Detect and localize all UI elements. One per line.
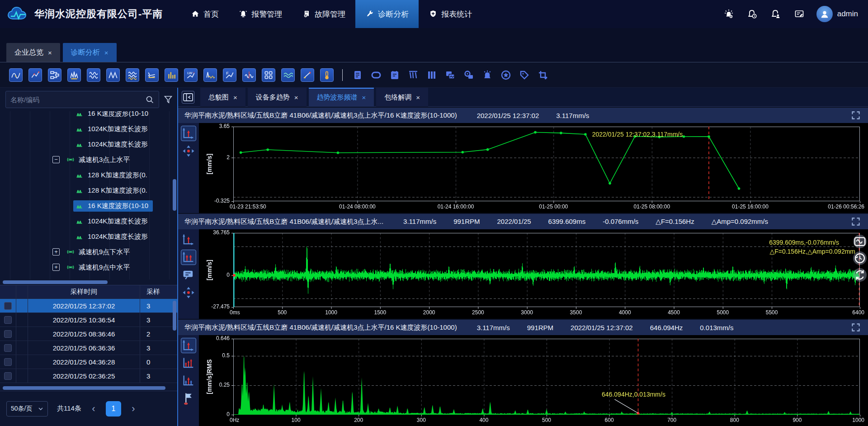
pan-tool-icon[interactable] bbox=[181, 285, 196, 300]
table-hscroll-thumb[interactable] bbox=[3, 386, 165, 390]
tree-item-128 K加速度波形(0.[interactable]: 128 K加速度波形(0. bbox=[0, 167, 177, 183]
pan-tool-icon[interactable] bbox=[181, 143, 196, 159]
star-badge-icon[interactable] bbox=[500, 69, 512, 81]
cursor-tool-icon[interactable] bbox=[181, 126, 196, 141]
note-icon[interactable] bbox=[388, 69, 401, 81]
prev-page-button[interactable]: ‹ bbox=[88, 403, 99, 415]
close-icon[interactable]: × bbox=[416, 94, 420, 101]
tree-item-16 K速度波形(10-10[interactable]: 16 K速度波形(10-10 bbox=[0, 198, 177, 213]
nav-item-首页[interactable]: 首页 bbox=[181, 0, 229, 28]
report-list-icon[interactable] bbox=[351, 69, 364, 81]
current-page-button[interactable]: 1 bbox=[106, 401, 121, 417]
row-checkbox[interactable] bbox=[4, 302, 12, 310]
tree-item-16 K速度波形(10-10[interactable]: 16 K速度波形(10-10 bbox=[0, 111, 177, 121]
sideband-cursor-tool-icon[interactable] bbox=[181, 373, 196, 388]
double-wave-icon[interactable] bbox=[126, 68, 139, 82]
table-row[interactable]: 2022/01/25 08:36:462 bbox=[0, 327, 177, 341]
thermometer-icon[interactable] bbox=[320, 68, 334, 82]
avatar[interactable] bbox=[816, 6, 833, 22]
columns-icon[interactable] bbox=[425, 69, 438, 81]
content-tab-设备多趋势[interactable]: 设备多趋势× bbox=[248, 88, 307, 107]
tree-expander[interactable]: + bbox=[52, 248, 60, 256]
trend-compare-icon[interactable] bbox=[9, 68, 23, 82]
row-checkbox[interactable] bbox=[4, 372, 12, 380]
multi-wave-icon[interactable] bbox=[87, 68, 100, 82]
quad-grid-icon[interactable] bbox=[262, 68, 275, 82]
history-button[interactable] bbox=[853, 251, 867, 265]
decay-wave-icon[interactable] bbox=[203, 68, 217, 82]
capsule-icon[interactable] bbox=[370, 69, 382, 81]
tree-item-减速机9点下水平[interactable]: +减速机9点下水平 bbox=[0, 244, 177, 260]
row-checkbox[interactable] bbox=[4, 330, 12, 338]
close-icon[interactable]: × bbox=[362, 94, 366, 101]
table-vscroll-thumb[interactable] bbox=[173, 301, 176, 331]
close-icon[interactable]: × bbox=[48, 49, 52, 57]
tree-expander[interactable]: + bbox=[52, 264, 60, 271]
curtain-icon[interactable] bbox=[407, 69, 420, 81]
siren-settings-icon[interactable] bbox=[723, 9, 734, 19]
collapse-sidebar-icon[interactable] bbox=[182, 91, 194, 104]
harmonic-cursor-tool-icon[interactable] bbox=[181, 355, 196, 371]
tree-item-128 K加速度波形(0.[interactable]: 128 K加速度波形(0. bbox=[0, 183, 177, 198]
table-row[interactable]: 2022/01/25 10:36:543 bbox=[0, 313, 177, 327]
lw-trend-icon[interactable]: LW bbox=[184, 68, 198, 82]
close-icon[interactable]: × bbox=[104, 49, 108, 57]
waveform-button[interactable] bbox=[853, 235, 867, 248]
cursor-tool-icon[interactable] bbox=[181, 338, 196, 353]
fullscreen-icon[interactable] bbox=[851, 322, 861, 332]
search-icon[interactable] bbox=[145, 95, 154, 104]
crop-icon[interactable] bbox=[537, 69, 549, 81]
search-box[interactable] bbox=[5, 91, 159, 108]
waveform-chart-canvas[interactable] bbox=[199, 229, 868, 319]
fullscreen-icon[interactable] bbox=[851, 217, 861, 227]
annotation-tool-icon[interactable] bbox=[181, 267, 196, 283]
tree-item-1024K加速度长波形[interactable]: 1024K加速度长波形 bbox=[0, 213, 177, 229]
nav-item-报表统计[interactable]: 报表统计 bbox=[419, 0, 482, 28]
alarm-user-icon[interactable] bbox=[770, 9, 781, 19]
next-page-button[interactable]: › bbox=[127, 403, 139, 415]
table-row[interactable]: 2022/01/25 12:37:023 bbox=[0, 299, 177, 313]
tree-expander[interactable]: − bbox=[52, 156, 60, 163]
row-checkbox[interactable] bbox=[4, 358, 12, 366]
content-tab-包络解调[interactable]: 包络解调× bbox=[376, 88, 428, 107]
content-tab-总貌图[interactable]: 总貌图× bbox=[200, 88, 245, 107]
tree-item-1024K加速度长波形[interactable]: 1024K加速度长波形 bbox=[0, 121, 177, 137]
message-board-icon[interactable] bbox=[794, 9, 805, 19]
tree-item-1024K加速度长波形[interactable]: 1024K加速度长波形 bbox=[0, 229, 177, 244]
search-input[interactable] bbox=[10, 96, 145, 104]
wave-marker-icon[interactable] bbox=[242, 68, 256, 82]
tree-hscroll-thumb[interactable] bbox=[3, 280, 108, 284]
flag-tool-icon[interactable] bbox=[181, 391, 196, 406]
tree-vscroll-thumb[interactable] bbox=[173, 179, 176, 211]
alarm-clock-icon[interactable] bbox=[747, 9, 758, 19]
close-icon[interactable]: × bbox=[294, 94, 298, 101]
double-cursor-tool-icon[interactable] bbox=[181, 250, 196, 265]
workspace-tab-企业总览[interactable]: 企业总览× bbox=[6, 43, 60, 62]
scatter-trend-icon[interactable] bbox=[28, 68, 42, 82]
twin-peaks-icon[interactable] bbox=[106, 68, 120, 82]
tree-item-1024K加速度长波形[interactable]: 1024K加速度长波形 bbox=[0, 137, 177, 152]
row-checkbox[interactable] bbox=[4, 316, 12, 324]
workspace-tab-诊断分析[interactable]: 诊断分析× bbox=[63, 43, 117, 62]
histogram-icon[interactable] bbox=[67, 68, 81, 82]
nav-item-诊断分析[interactable]: 诊断分析 bbox=[355, 0, 419, 28]
table-row[interactable]: 2022/01/25 04:36:280 bbox=[0, 355, 177, 369]
content-tab-趋势波形频谱[interactable]: 趋势波形频谱× bbox=[309, 88, 374, 107]
gear-card-icon[interactable] bbox=[462, 69, 475, 81]
cursor-tool-icon[interactable] bbox=[181, 232, 196, 247]
ripple-icon[interactable] bbox=[281, 68, 295, 82]
nav-item-故障管理[interactable]: 故障管理 bbox=[292, 0, 355, 28]
filter-icon[interactable] bbox=[164, 95, 173, 104]
process-flow-icon[interactable] bbox=[48, 68, 61, 82]
table-row[interactable]: 2022/01/25 02:36:253 bbox=[0, 369, 177, 383]
tree-item-减速机3点上水平[interactable]: −减速机3点上水平 bbox=[0, 152, 177, 167]
row-checkbox[interactable] bbox=[4, 344, 12, 352]
cascade-icon[interactable] bbox=[145, 68, 159, 82]
tag-icon[interactable] bbox=[518, 69, 531, 81]
close-icon[interactable]: × bbox=[233, 94, 237, 101]
siren-icon[interactable] bbox=[481, 69, 494, 81]
probe-marker-icon[interactable] bbox=[301, 68, 314, 82]
trend-chart-canvas[interactable] bbox=[199, 123, 868, 213]
spectrum-chart-canvas[interactable] bbox=[199, 335, 868, 426]
tree-item-减速机9点中水平[interactable]: +减速机9点中水平 bbox=[0, 260, 177, 275]
